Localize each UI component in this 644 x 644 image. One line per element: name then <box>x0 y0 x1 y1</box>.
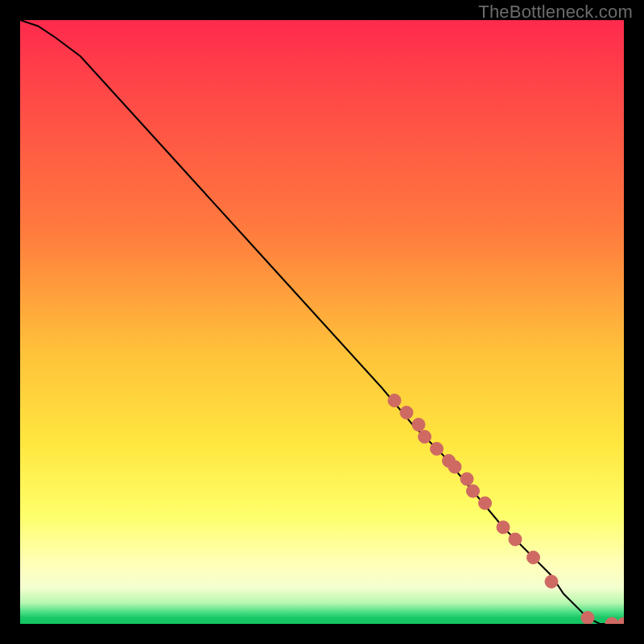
sample-point <box>388 394 401 407</box>
sample-point <box>581 612 594 625</box>
sample-points-group <box>388 394 624 625</box>
sample-point <box>419 431 431 444</box>
sample-point <box>605 617 618 624</box>
plot-area <box>20 20 624 624</box>
chart-stage: TheBottleneck.com <box>0 0 644 644</box>
sample-point <box>412 419 425 431</box>
sample-point <box>431 443 444 456</box>
curve-overlay <box>20 20 624 624</box>
sample-point <box>479 497 492 510</box>
sample-point <box>527 551 540 564</box>
sample-point <box>460 473 473 485</box>
sample-point <box>448 460 461 473</box>
watermark-text: TheBottleneck.com <box>478 2 633 23</box>
sample-point <box>497 521 510 534</box>
sample-point <box>509 533 522 546</box>
bottleneck-curve-line <box>20 20 624 624</box>
sample-point <box>545 576 558 588</box>
sample-point <box>400 407 413 419</box>
sample-point <box>467 485 480 497</box>
sample-point <box>617 617 624 624</box>
